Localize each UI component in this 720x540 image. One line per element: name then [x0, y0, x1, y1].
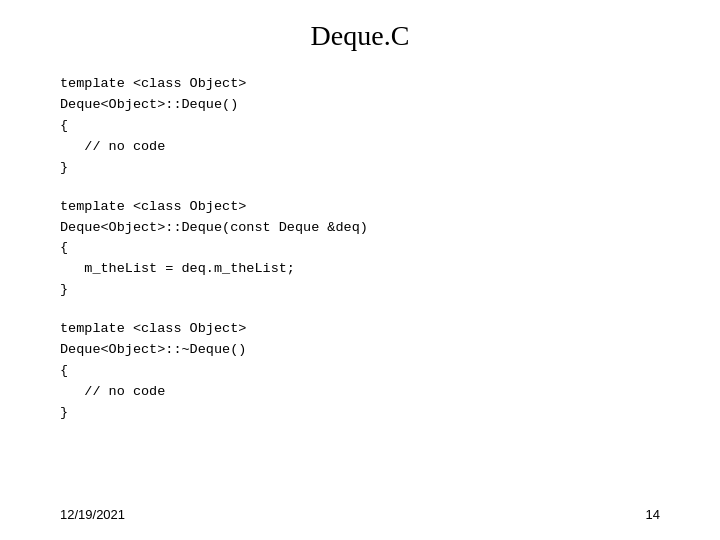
code-block-1: template <class Object> Deque<Object>::D…	[60, 74, 660, 179]
footer: 12/19/2021 14	[60, 507, 660, 522]
code-block-2: template <class Object> Deque<Object>::D…	[60, 197, 660, 302]
page-title: Deque.C	[60, 20, 660, 52]
page-container: Deque.C template <class Object> Deque<Ob…	[0, 0, 720, 540]
footer-date: 12/19/2021	[60, 507, 125, 522]
code-block-3: template <class Object> Deque<Object>::~…	[60, 319, 660, 424]
footer-page-number: 14	[646, 507, 660, 522]
